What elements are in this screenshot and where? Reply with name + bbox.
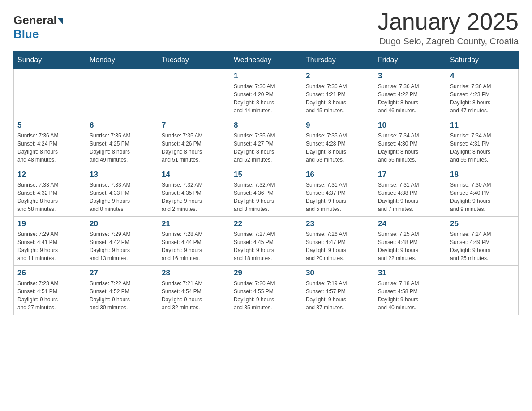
logo-general-text: General bbox=[13, 13, 57, 27]
day-info: Sunrise: 7:25 AM Sunset: 4:48 PM Dayligh… bbox=[378, 230, 442, 262]
calendar-cell: 24Sunrise: 7:25 AM Sunset: 4:48 PM Dayli… bbox=[374, 217, 446, 266]
day-number: 8 bbox=[234, 121, 298, 130]
day-number: 23 bbox=[306, 219, 370, 228]
weekday-header-monday: Monday bbox=[86, 51, 158, 69]
day-info: Sunrise: 7:22 AM Sunset: 4:52 PM Dayligh… bbox=[90, 279, 154, 312]
calendar-cell: 6Sunrise: 7:35 AM Sunset: 4:25 PM Daylig… bbox=[86, 118, 158, 167]
day-info: Sunrise: 7:34 AM Sunset: 4:31 PM Dayligh… bbox=[450, 132, 515, 164]
calendar-cell bbox=[446, 266, 519, 315]
calendar-cell: 8Sunrise: 7:35 AM Sunset: 4:27 PM Daylig… bbox=[230, 118, 302, 167]
weekday-header-saturday: Saturday bbox=[446, 51, 519, 69]
calendar-cell: 21Sunrise: 7:28 AM Sunset: 4:44 PM Dayli… bbox=[158, 217, 230, 266]
day-number: 15 bbox=[234, 170, 298, 179]
calendar-cell bbox=[158, 69, 230, 118]
calendar-cell: 17Sunrise: 7:31 AM Sunset: 4:38 PM Dayli… bbox=[374, 167, 446, 217]
weekday-header-tuesday: Tuesday bbox=[158, 51, 230, 69]
day-info: Sunrise: 7:24 AM Sunset: 4:49 PM Dayligh… bbox=[450, 230, 515, 262]
week-row-2: 5Sunrise: 7:36 AM Sunset: 4:24 PM Daylig… bbox=[14, 118, 519, 167]
calendar-cell: 16Sunrise: 7:31 AM Sunset: 4:37 PM Dayli… bbox=[302, 167, 374, 217]
day-number: 13 bbox=[90, 170, 154, 179]
calendar-cell: 18Sunrise: 7:30 AM Sunset: 4:40 PM Dayli… bbox=[446, 167, 519, 217]
day-number: 3 bbox=[378, 72, 442, 81]
calendar-cell: 28Sunrise: 7:21 AM Sunset: 4:54 PM Dayli… bbox=[158, 266, 230, 315]
logo: General Blue bbox=[13, 13, 63, 41]
day-info: Sunrise: 7:36 AM Sunset: 4:20 PM Dayligh… bbox=[234, 82, 298, 115]
day-info: Sunrise: 7:33 AM Sunset: 4:33 PM Dayligh… bbox=[90, 181, 154, 213]
week-row-5: 26Sunrise: 7:23 AM Sunset: 4:51 PM Dayli… bbox=[14, 266, 519, 315]
calendar-cell: 4Sunrise: 7:36 AM Sunset: 4:23 PM Daylig… bbox=[446, 69, 519, 118]
calendar-cell: 27Sunrise: 7:22 AM Sunset: 4:52 PM Dayli… bbox=[86, 266, 158, 315]
day-number: 7 bbox=[162, 121, 226, 130]
calendar-cell: 9Sunrise: 7:35 AM Sunset: 4:28 PM Daylig… bbox=[302, 118, 374, 167]
calendar-subtitle: Dugo Selo, Zagreb County, Croatia bbox=[378, 36, 519, 47]
calendar-cell: 11Sunrise: 7:34 AM Sunset: 4:31 PM Dayli… bbox=[446, 118, 519, 167]
week-row-4: 19Sunrise: 7:29 AM Sunset: 4:41 PM Dayli… bbox=[14, 217, 519, 266]
logo-blue-text: Blue bbox=[13, 27, 39, 41]
calendar-cell: 26Sunrise: 7:23 AM Sunset: 4:51 PM Dayli… bbox=[14, 266, 86, 315]
week-row-3: 12Sunrise: 7:33 AM Sunset: 4:32 PM Dayli… bbox=[14, 167, 519, 217]
day-info: Sunrise: 7:36 AM Sunset: 4:22 PM Dayligh… bbox=[378, 82, 442, 115]
weekday-header-thursday: Thursday bbox=[302, 51, 374, 69]
calendar-cell: 20Sunrise: 7:29 AM Sunset: 4:42 PM Dayli… bbox=[86, 217, 158, 266]
day-info: Sunrise: 7:18 AM Sunset: 4:58 PM Dayligh… bbox=[378, 279, 442, 312]
day-info: Sunrise: 7:30 AM Sunset: 4:40 PM Dayligh… bbox=[450, 181, 515, 213]
calendar-cell: 22Sunrise: 7:27 AM Sunset: 4:45 PM Dayli… bbox=[230, 217, 302, 266]
calendar-cell: 30Sunrise: 7:19 AM Sunset: 4:57 PM Dayli… bbox=[302, 266, 374, 315]
day-number: 27 bbox=[90, 269, 154, 278]
weekday-header-wednesday: Wednesday bbox=[230, 51, 302, 69]
day-number: 11 bbox=[450, 121, 515, 130]
weekday-header-friday: Friday bbox=[374, 51, 446, 69]
day-number: 24 bbox=[378, 219, 442, 228]
day-info: Sunrise: 7:27 AM Sunset: 4:45 PM Dayligh… bbox=[234, 230, 298, 262]
day-number: 17 bbox=[378, 170, 442, 179]
calendar-cell: 13Sunrise: 7:33 AM Sunset: 4:33 PM Dayli… bbox=[86, 167, 158, 217]
day-info: Sunrise: 7:20 AM Sunset: 4:55 PM Dayligh… bbox=[234, 279, 298, 312]
day-number: 25 bbox=[450, 219, 515, 228]
calendar-cell: 14Sunrise: 7:32 AM Sunset: 4:35 PM Dayli… bbox=[158, 167, 230, 217]
day-info: Sunrise: 7:31 AM Sunset: 4:38 PM Dayligh… bbox=[378, 181, 442, 213]
day-number: 1 bbox=[234, 72, 298, 81]
day-info: Sunrise: 7:29 AM Sunset: 4:41 PM Dayligh… bbox=[17, 230, 82, 262]
title-section: January 2025 Dugo Selo, Zagreb County, C… bbox=[378, 9, 519, 47]
day-number: 28 bbox=[162, 269, 226, 278]
day-info: Sunrise: 7:26 AM Sunset: 4:47 PM Dayligh… bbox=[306, 230, 370, 262]
day-info: Sunrise: 7:32 AM Sunset: 4:36 PM Dayligh… bbox=[234, 181, 298, 213]
day-number: 18 bbox=[450, 170, 515, 179]
calendar-cell: 23Sunrise: 7:26 AM Sunset: 4:47 PM Dayli… bbox=[302, 217, 374, 266]
day-number: 4 bbox=[450, 72, 515, 81]
calendar-cell: 19Sunrise: 7:29 AM Sunset: 4:41 PM Dayli… bbox=[14, 217, 86, 266]
calendar-table: SundayMondayTuesdayWednesdayThursdayFrid… bbox=[13, 51, 519, 315]
day-number: 19 bbox=[17, 219, 82, 228]
weekday-header-sunday: Sunday bbox=[14, 51, 86, 69]
calendar-cell: 15Sunrise: 7:32 AM Sunset: 4:36 PM Dayli… bbox=[230, 167, 302, 217]
day-number: 20 bbox=[90, 219, 154, 228]
day-info: Sunrise: 7:19 AM Sunset: 4:57 PM Dayligh… bbox=[306, 279, 370, 312]
calendar-cell: 10Sunrise: 7:34 AM Sunset: 4:30 PM Dayli… bbox=[374, 118, 446, 167]
calendar-cell bbox=[86, 69, 158, 118]
day-info: Sunrise: 7:31 AM Sunset: 4:37 PM Dayligh… bbox=[306, 181, 370, 213]
calendar-cell: 1Sunrise: 7:36 AM Sunset: 4:20 PM Daylig… bbox=[230, 69, 302, 118]
day-number: 22 bbox=[234, 219, 298, 228]
day-info: Sunrise: 7:35 AM Sunset: 4:27 PM Dayligh… bbox=[234, 132, 298, 164]
day-info: Sunrise: 7:36 AM Sunset: 4:24 PM Dayligh… bbox=[17, 132, 82, 164]
day-info: Sunrise: 7:32 AM Sunset: 4:35 PM Dayligh… bbox=[162, 181, 226, 213]
weekday-header-row: SundayMondayTuesdayWednesdayThursdayFrid… bbox=[14, 51, 519, 69]
calendar-cell: 3Sunrise: 7:36 AM Sunset: 4:22 PM Daylig… bbox=[374, 69, 446, 118]
day-number: 26 bbox=[17, 269, 82, 278]
day-info: Sunrise: 7:35 AM Sunset: 4:25 PM Dayligh… bbox=[90, 132, 154, 164]
day-info: Sunrise: 7:29 AM Sunset: 4:42 PM Dayligh… bbox=[90, 230, 154, 262]
day-number: 30 bbox=[306, 269, 370, 278]
day-info: Sunrise: 7:36 AM Sunset: 4:23 PM Dayligh… bbox=[450, 82, 515, 115]
calendar-cell: 12Sunrise: 7:33 AM Sunset: 4:32 PM Dayli… bbox=[14, 167, 86, 217]
day-info: Sunrise: 7:35 AM Sunset: 4:28 PM Dayligh… bbox=[306, 132, 370, 164]
day-info: Sunrise: 7:21 AM Sunset: 4:54 PM Dayligh… bbox=[162, 279, 226, 312]
day-number: 16 bbox=[306, 170, 370, 179]
logo-arrow-icon bbox=[58, 18, 63, 25]
day-number: 29 bbox=[234, 269, 298, 278]
day-number: 6 bbox=[90, 121, 154, 130]
day-number: 2 bbox=[306, 72, 370, 81]
page-header: General Blue January 2025 Dugo Selo, Zag… bbox=[13, 9, 519, 47]
calendar-cell: 25Sunrise: 7:24 AM Sunset: 4:49 PM Dayli… bbox=[446, 217, 519, 266]
calendar-cell: 7Sunrise: 7:35 AM Sunset: 4:26 PM Daylig… bbox=[158, 118, 230, 167]
day-number: 12 bbox=[17, 170, 82, 179]
